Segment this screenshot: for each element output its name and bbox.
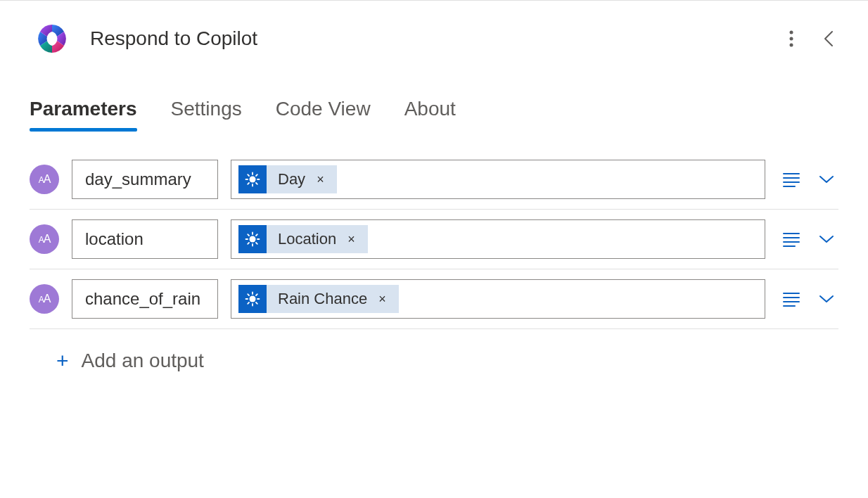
- text-type-icon: AA: [39, 173, 51, 186]
- more-vertical-icon: [789, 30, 793, 47]
- row-menu-button[interactable]: [778, 287, 805, 311]
- text-type-icon: AA: [39, 233, 51, 245]
- row-expand-button[interactable]: [815, 171, 838, 188]
- row-actions: [778, 287, 838, 311]
- chevron-left-icon: [823, 30, 834, 48]
- parameter-value-input[interactable]: Day ×: [231, 160, 765, 199]
- collapse-button[interactable]: [819, 25, 838, 52]
- copilot-logo-icon: [34, 20, 70, 57]
- parameter-name-text: location: [85, 229, 143, 249]
- row-menu-button[interactable]: [778, 167, 805, 191]
- token-label: Location: [275, 230, 336, 248]
- add-output-button[interactable]: + Add an output: [0, 329, 868, 373]
- weather-connector-icon: [238, 285, 267, 313]
- svg-point-0: [790, 31, 793, 34]
- tab-about[interactable]: About: [404, 98, 456, 132]
- svg-point-29: [250, 296, 256, 302]
- tab-code-view[interactable]: Code View: [276, 98, 371, 132]
- chevron-down-icon: [819, 235, 834, 243]
- add-output-label: Add an output: [82, 350, 204, 372]
- svg-point-3: [250, 177, 256, 183]
- weather-connector-icon: [238, 165, 267, 193]
- parameter-name-input[interactable]: chance_of_rain: [72, 279, 218, 319]
- tab-list: Parameters Settings Code View About: [0, 71, 868, 132]
- row-expand-button[interactable]: [815, 290, 838, 307]
- tab-parameters[interactable]: Parameters: [30, 98, 137, 132]
- parameter-name-text: day_summary: [85, 170, 191, 189]
- parameter-row: AA location: [30, 210, 838, 269]
- svg-line-10: [248, 183, 249, 184]
- svg-line-37: [256, 294, 257, 295]
- parameter-name-text: chance_of_rain: [85, 289, 200, 309]
- svg-point-2: [790, 44, 793, 47]
- svg-line-22: [256, 243, 257, 244]
- token-label: Day: [275, 170, 305, 189]
- more-options-button[interactable]: [785, 26, 798, 51]
- chevron-down-icon: [819, 175, 834, 184]
- plus-icon: +: [56, 349, 69, 373]
- action-panel: Respond to Copilot Parameters Settings C…: [0, 0, 868, 373]
- text-type-badge: AA: [30, 224, 59, 254]
- dynamic-content-token[interactable]: Location ×: [238, 225, 368, 253]
- parameter-value-input[interactable]: Location ×: [231, 219, 765, 259]
- dynamic-content-token[interactable]: Day ×: [238, 165, 337, 193]
- tab-settings[interactable]: Settings: [171, 98, 242, 132]
- token-label: Rain Chance: [275, 290, 367, 308]
- panel-title: Respond to Copilot: [90, 27, 785, 50]
- parameter-name-input[interactable]: day_summary: [72, 160, 218, 199]
- token-remove-button[interactable]: ×: [314, 172, 327, 187]
- text-type-badge: AA: [30, 165, 59, 194]
- token-remove-button[interactable]: ×: [345, 232, 358, 247]
- row-menu-button[interactable]: [778, 227, 805, 251]
- weather-connector-icon: [238, 225, 267, 253]
- menu-lines-icon: [782, 231, 800, 247]
- chevron-down-icon: [819, 295, 834, 303]
- parameter-row: AA day_summary: [30, 160, 838, 210]
- svg-line-24: [256, 234, 257, 236]
- parameters-list: AA day_summary: [0, 132, 868, 329]
- row-actions: [778, 167, 838, 191]
- svg-point-1: [790, 37, 793, 41]
- svg-line-23: [248, 243, 249, 244]
- row-actions: [778, 227, 838, 251]
- panel-header: Respond to Copilot: [0, 1, 868, 71]
- text-type-icon: AA: [39, 293, 51, 305]
- menu-lines-icon: [782, 291, 800, 307]
- token-remove-button[interactable]: ×: [376, 292, 389, 307]
- menu-lines-icon: [782, 172, 800, 187]
- svg-line-11: [256, 174, 257, 176]
- header-actions: [785, 25, 838, 52]
- svg-line-9: [256, 183, 257, 184]
- svg-point-16: [250, 236, 256, 243]
- parameter-value-input[interactable]: Rain Chance ×: [231, 279, 765, 319]
- dynamic-content-token[interactable]: Rain Chance ×: [238, 285, 399, 313]
- svg-line-35: [256, 302, 257, 304]
- svg-line-34: [248, 294, 249, 295]
- svg-line-8: [248, 174, 249, 176]
- parameter-name-input[interactable]: location: [72, 219, 218, 259]
- text-type-badge: AA: [30, 284, 59, 314]
- parameter-row: AA chance_of_rain: [30, 269, 838, 329]
- svg-line-36: [248, 302, 249, 304]
- svg-line-21: [248, 234, 249, 236]
- row-expand-button[interactable]: [815, 231, 838, 248]
